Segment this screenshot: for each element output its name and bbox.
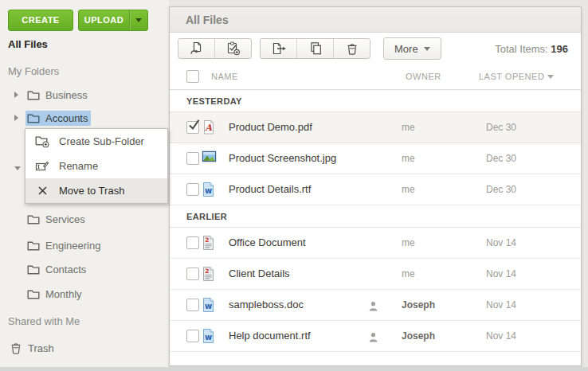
folder-label: Accounts (45, 112, 88, 124)
person-icon (368, 301, 378, 311)
toolbar-group-2 (260, 38, 370, 59)
chevron-down-icon (135, 18, 142, 22)
toolbar-add-task-button[interactable] (214, 39, 251, 58)
toolbar-copy-button[interactable] (296, 39, 333, 58)
expand-toggle[interactable] (14, 166, 25, 170)
upload-button[interactable]: UPLOAD (78, 10, 148, 31)
file-name: sampleboss.doc (229, 299, 304, 310)
expand-toggle[interactable] (14, 92, 25, 98)
sidebar-item-all-files[interactable]: All Files (0, 35, 177, 53)
person-icon (368, 332, 378, 342)
group-header-earlier: EARLIER (170, 205, 581, 228)
file-name: Client Details (229, 268, 290, 279)
folder-icon (27, 289, 40, 299)
file-owner: me (402, 122, 415, 133)
file-last-opened: Dec 30 (486, 122, 516, 133)
chevron-down-icon (14, 166, 21, 170)
sidebar-item-shared-with-me[interactable]: Shared with Me (0, 312, 177, 330)
toolbar-move-button[interactable] (261, 39, 296, 58)
folder-label-wrap: Business (25, 88, 91, 103)
sidebar-folder-contacts[interactable]: Contacts (0, 260, 169, 278)
column-header-owner[interactable]: OWNER (406, 72, 441, 81)
folder-label: Monthly (45, 288, 82, 300)
column-header-name[interactable]: NAME (211, 72, 238, 81)
folder-context-menu: Create Sub-FolderRenameMove to Trash (25, 128, 168, 204)
trash-label: Trash (28, 342, 54, 354)
svg-text:w: w (205, 186, 212, 195)
total-items: Total Items: 196 (495, 43, 568, 55)
file-last-opened: Nov 14 (486, 237, 516, 248)
svg-text:w: w (205, 333, 212, 342)
svg-text:2: 2 (205, 268, 209, 275)
sidebar-folder-monthly[interactable]: Monthly (0, 285, 169, 303)
folder-icon (27, 264, 40, 275)
file-row[interactable]: AProduct Demo.pdfmeDec 30 (170, 112, 581, 143)
menu-item-label: Rename (59, 160, 98, 172)
menu-item-create-sub-folder[interactable]: Create Sub-Folder (25, 129, 167, 154)
folder-label: Business (45, 89, 88, 101)
file-row[interactable]: 2Client DetailsmeNov 14 (170, 259, 581, 290)
sidebar-folder-accounts[interactable]: Accounts (0, 109, 169, 127)
file-name: Office Document (229, 236, 306, 248)
svg-text:2: 2 (205, 236, 209, 244)
copy-file-icon (308, 41, 323, 56)
sidebar-item-trash[interactable]: Trash (0, 339, 178, 357)
menu-item-label: Create Sub-Folder (59, 135, 144, 147)
menu-item-rename[interactable]: Rename (25, 154, 167, 178)
move-file-icon (271, 41, 287, 56)
menu-item-move-to-trash[interactable]: Move to Trash (25, 178, 167, 203)
row-checkbox[interactable] (186, 268, 199, 280)
chevron-right-icon (14, 92, 18, 98)
file-row[interactable]: wProduct Details.rtfmeDec 30 (170, 174, 581, 205)
sidebar-section-my-folders: My Folders (0, 62, 177, 80)
sidebar-folder-engineering[interactable]: Engineering (0, 236, 169, 254)
trash-icon (10, 342, 22, 355)
group-header-label: YESTERDAY (186, 96, 242, 106)
folder-label-wrap: Accounts (25, 111, 91, 126)
file-owner: Joseph (402, 299, 435, 310)
row-checkbox[interactable] (186, 236, 199, 249)
more-button[interactable]: More (383, 37, 441, 60)
chevron-right-icon (14, 115, 18, 121)
chevron-down-icon (424, 47, 430, 51)
file-row[interactable]: wHelp document.rtfJosephNov 14 (170, 321, 581, 352)
group-header-label: EARLIER (186, 212, 227, 221)
share-file-icon (189, 41, 204, 56)
select-all-checkbox[interactable] (186, 70, 199, 83)
rename-icon (35, 160, 49, 172)
file-last-opened: Nov 14 (486, 330, 516, 342)
row-checkbox[interactable] (186, 330, 199, 342)
file-name: Product Details.rtf (229, 183, 311, 195)
create-button[interactable]: CREATE (8, 10, 73, 31)
folder-label: Contacts (45, 264, 86, 275)
toolbar-trash-button[interactable] (333, 39, 370, 58)
file-name: Product Screenshot.jpg (229, 152, 336, 164)
word-file-icon: w (202, 328, 215, 344)
trash-icon (346, 42, 359, 56)
sidebar-folder-business[interactable]: Business (0, 86, 169, 103)
group-header-yesterday: YESTERDAY (170, 90, 581, 112)
expand-toggle[interactable] (14, 115, 25, 121)
svg-text:w: w (205, 302, 212, 310)
file-owner: me (402, 268, 415, 279)
folder-label: Engineering (45, 240, 100, 252)
row-checkbox[interactable] (186, 299, 199, 311)
row-checkbox[interactable] (186, 121, 199, 134)
upload-dropdown-button[interactable] (129, 10, 147, 30)
files-panel: All Files More Total Items: 196 NAME OWN… (169, 6, 582, 366)
table-header: NAME OWNER LAST OPENED (170, 64, 581, 90)
file-last-opened: Nov 14 (486, 268, 516, 279)
row-checkbox[interactable] (186, 152, 199, 165)
file-owner: me (402, 184, 415, 195)
file-owner: me (402, 237, 415, 248)
panel-header: All Files (170, 7, 581, 33)
sidebar-folder-services[interactable]: Services (0, 210, 169, 228)
file-row[interactable]: Product Screenshot.jpgmeDec 30 (170, 143, 581, 174)
file-row[interactable]: 2Office DocumentmeNov 14 (170, 228, 581, 259)
row-checkbox[interactable] (186, 183, 199, 196)
toolbar-share-button[interactable] (178, 39, 214, 58)
file-owner: Joseph (402, 330, 435, 342)
column-header-last-opened[interactable]: LAST OPENED (479, 72, 554, 81)
file-name: Product Demo.pdf (229, 121, 312, 133)
file-row[interactable]: wsampleboss.docJosephNov 14 (170, 290, 581, 321)
